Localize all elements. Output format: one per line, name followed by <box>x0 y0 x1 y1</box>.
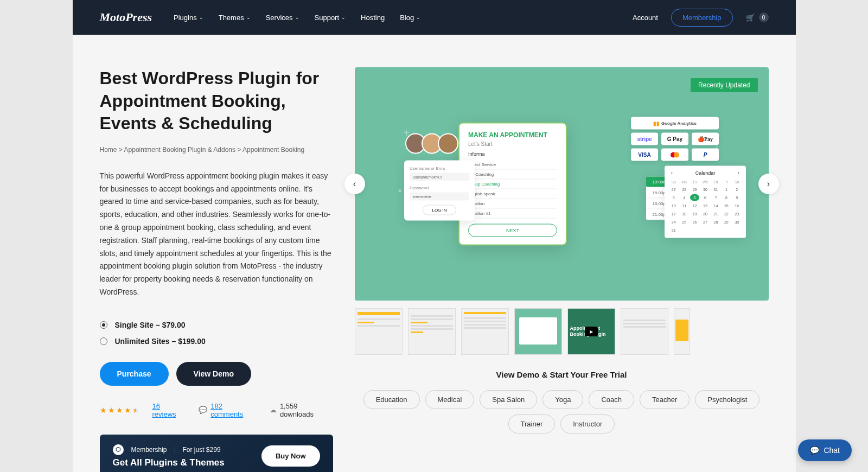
calendar-mockup: Calendar SuMoTuWeThFrSa27282930311234567… <box>665 166 746 238</box>
download-icon: ☁ <box>270 406 277 414</box>
thumb-video[interactable]: Appointment Booking Plugin▶ <box>567 308 615 355</box>
radio-icon <box>100 337 107 345</box>
play-icon: ▶ <box>585 327 598 336</box>
nav-support[interactable]: Support⌄ <box>315 14 346 22</box>
pill-psychologist[interactable]: Psychologist <box>695 390 760 409</box>
reviews-link[interactable]: 16 reviews <box>152 402 186 418</box>
nav-themes[interactable]: Themes⌄ <box>219 14 251 22</box>
avatar <box>438 133 458 154</box>
breadcrumb: Home > Appointment Booking Plugin & Addo… <box>100 146 333 154</box>
thumb-6[interactable] <box>621 308 668 355</box>
cart-icon: 🛒 <box>746 14 755 22</box>
pill-coach[interactable]: Coach <box>589 390 634 409</box>
breadcrumb-home[interactable]: Home <box>100 146 117 154</box>
star-half-icon: ★★ <box>132 406 139 414</box>
gallery-thumbs: Appointment Booking Plugin▶ <box>355 308 769 355</box>
product-description: This powerful WordPress appointment book… <box>100 170 333 299</box>
pill-instructor[interactable]: Instructor <box>560 414 615 433</box>
option-unlimited[interactable]: Unlimited Sites – $199.00 <box>100 337 333 346</box>
pill-education[interactable]: Education <box>363 390 420 409</box>
header-right: Account Membership 🛒 0 <box>633 9 769 27</box>
account-link[interactable]: Account <box>633 14 658 22</box>
nav-services[interactable]: Services⌄ <box>266 14 299 22</box>
avatars <box>410 133 458 154</box>
purchase-button[interactable]: Purchase <box>100 362 169 386</box>
pill-spa[interactable]: Spa Salon <box>480 390 537 409</box>
comment-icon: 💬 <box>199 406 207 414</box>
chevron-down-icon: ⌄ <box>199 15 203 20</box>
pill-medical[interactable]: Medical <box>425 390 475 409</box>
star-icon: ★ <box>116 406 123 414</box>
cart-count: 0 <box>759 12 769 22</box>
star-icon: ★ <box>124 406 131 414</box>
promo-title: Get All Plugins & Themes <box>113 457 225 468</box>
membership-promo: ⬡ Membership For just $299 Get All Plugi… <box>100 435 333 472</box>
membership-button[interactable]: Membership <box>671 9 733 27</box>
page-title: Best WordPress Plugin for Appointment Bo… <box>100 67 333 135</box>
star-rating: ★ ★ ★ ★ ★★ <box>100 406 139 414</box>
star-icon: ★ <box>108 406 115 414</box>
chat-icon: 💬 <box>810 446 819 455</box>
cart-button[interactable]: 🛒 0 <box>746 12 769 22</box>
option-single-site[interactable]: Single Site – $79.00 <box>100 321 333 329</box>
main-header: MotoPress Plugins⌄ Themes⌄ Services⌄ Sup… <box>73 0 796 35</box>
star-icon: ★ <box>100 406 107 414</box>
main-nav: Plugins⌄ Themes⌄ Services⌄ Support⌄ Host… <box>174 14 633 22</box>
breadcrumb-current: Appointment Booking <box>242 146 304 154</box>
nav-blog[interactable]: Blog⌄ <box>400 14 420 22</box>
login-mockup: Username or Ema user@demolink.c Password… <box>404 161 475 221</box>
thumb-3[interactable] <box>461 308 509 355</box>
promo-price: For just $299 <box>183 446 221 454</box>
logo[interactable]: MotoPress <box>100 10 152 24</box>
demo-pills: Education Medical Spa Salon Yoga Coach T… <box>355 390 769 433</box>
thumb-4[interactable] <box>514 308 562 355</box>
pill-trainer[interactable]: Trainer <box>508 414 556 433</box>
nav-hosting[interactable]: Hosting <box>361 14 385 22</box>
promo-membership-label: Membership <box>131 446 167 454</box>
chat-button[interactable]: 💬 Chat <box>798 439 852 461</box>
pill-yoga[interactable]: Yoga <box>542 390 583 409</box>
nav-plugins[interactable]: Plugins⌄ <box>174 14 203 22</box>
updated-badge: Recently Updated <box>691 78 757 92</box>
thumb-7[interactable] <box>674 308 690 355</box>
chevron-down-icon: ⌄ <box>341 15 346 20</box>
breadcrumb-category[interactable]: Appointment Booking Plugin & Addons <box>124 146 235 154</box>
downloads-count: 1,559 downloads <box>280 402 333 418</box>
thumb-1[interactable] <box>355 308 403 355</box>
product-stats: ★ ★ ★ ★ ★★ 16 reviews 💬 182 comments ☁ 1… <box>100 402 333 418</box>
pill-teacher[interactable]: Teacher <box>640 390 690 409</box>
chevron-down-icon: ⌄ <box>295 15 299 20</box>
radio-icon <box>100 321 107 329</box>
carousel-prev[interactable]: ‹ <box>344 174 365 194</box>
pricing-options: Single Site – $79.00 Unlimited Sites – $… <box>100 321 333 346</box>
hero-image: Recently Updated + ● + × Username or Ema <box>355 67 769 301</box>
thumb-2[interactable] <box>408 308 456 355</box>
buy-now-button[interactable]: Buy Now <box>261 445 320 467</box>
trial-title: View Demo & Start Your Free Trial <box>355 370 769 379</box>
chevron-down-icon: ⌄ <box>416 15 420 20</box>
carousel-next[interactable]: › <box>758 174 779 194</box>
comments-link[interactable]: 182 comments <box>210 402 257 418</box>
view-demo-button[interactable]: View Demo <box>176 362 251 386</box>
membership-icon: ⬡ <box>113 444 124 455</box>
appointment-mockup: MAKE AN APPOINTMENT Let's Start Informa … <box>458 123 567 246</box>
payment-badges: ▮▮Google Analytics stripe G Pay 🍎Pay VIS… <box>631 117 719 161</box>
chevron-down-icon: ⌄ <box>246 15 251 20</box>
